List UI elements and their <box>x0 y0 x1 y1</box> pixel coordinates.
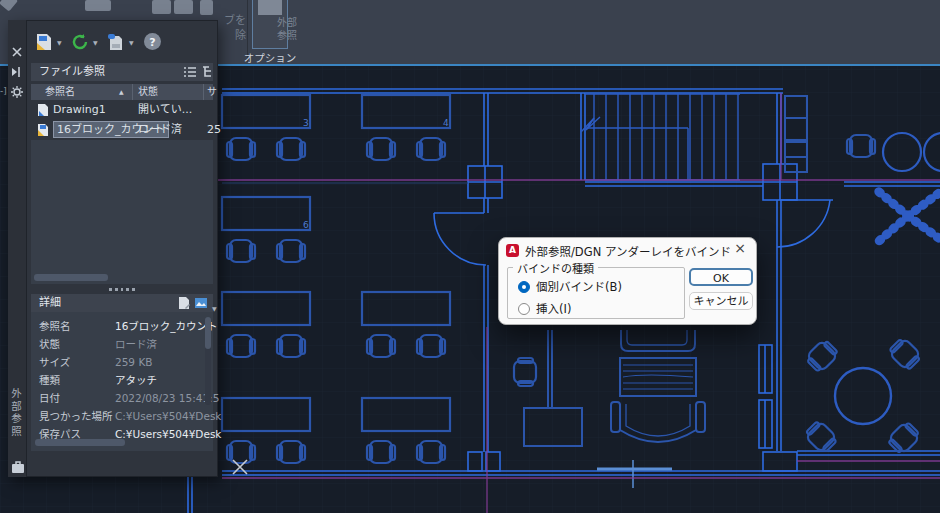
column-separator[interactable] <box>203 84 204 100</box>
details-panel: 参照名16ブロック_カウント 状態ロード済 サイズ259 KB 種類アタッチ 日… <box>31 312 213 451</box>
column-reference-name[interactable]: 参照名 <box>45 84 75 100</box>
list-view-icon[interactable] <box>183 65 197 79</box>
refresh-icon[interactable] <box>71 33 89 51</box>
change-path-icon[interactable] <box>107 33 125 51</box>
table-row-selected[interactable]: 16ブロック_カウント ロード済 25 <box>31 120 213 140</box>
dialog-title: 外部参照/DGN アンダーレイをバインド <box>525 243 731 259</box>
file-references-header: ファイル参照 <box>31 63 213 81</box>
briefcase-icon <box>11 460 25 474</box>
column-size[interactable]: サ <box>207 84 217 100</box>
viewport-control-fragment: -] <box>0 86 7 96</box>
desk-number: 6 <box>303 220 309 230</box>
radio-insert[interactable]: 挿入(I) <box>518 302 571 316</box>
detail-row: 見つかった場所C:¥Users¥504¥Desk <box>39 407 205 425</box>
vertical-scrollbar-thumb[interactable] <box>205 317 211 349</box>
ribbon-icon-partial <box>85 0 111 11</box>
vertical-scrollbar[interactable] <box>205 317 211 405</box>
bind-type-groupbox: バインドの種類 個別バインド(B) 挿入(I) <box>507 267 685 319</box>
detail-row: 参照名16ブロック_カウント <box>39 317 205 335</box>
details-header: 詳細 ▼ <box>31 294 213 312</box>
autocad-window: 3 4 6 ブを 除 外部 参照 オプション -] <box>0 0 940 513</box>
cancel-button[interactable]: キャンセル <box>689 292 753 310</box>
radio-insert-label: 挿入(I) <box>536 302 571 316</box>
file-list-empty-area[interactable] <box>31 140 213 284</box>
svg-text:?: ? <box>149 36 155 49</box>
radio-selected-icon[interactable] <box>518 281 530 293</box>
detail-row: サイズ259 KB <box>39 353 205 371</box>
palette-body: ▼ ▼ ▼ ? ファイル参照 <box>26 20 218 477</box>
radio-bind[interactable]: 個別バインド(B) <box>518 280 622 294</box>
dialog-close-icon[interactable]: × <box>734 240 746 256</box>
properties-gear-icon[interactable] <box>11 86 23 98</box>
horizontal-scrollbar-thumb[interactable] <box>35 439 125 446</box>
close-icon[interactable] <box>11 46 23 58</box>
detail-row: 種類アタッチ <box>39 371 205 389</box>
xref-button-label: 参照 <box>270 30 304 42</box>
palette-vertical-title: 外部参照 <box>10 388 24 466</box>
detail-row: 日付2022/08/23 15:41:5 <box>39 389 205 407</box>
desk-number: 3 <box>303 118 309 128</box>
path-dropdown-caret[interactable]: ▼ <box>129 39 134 46</box>
refresh-dropdown-caret[interactable]: ▼ <box>93 39 98 46</box>
column-status[interactable]: 状態 <box>138 84 158 100</box>
file-references-title: ファイル参照 <box>31 65 105 78</box>
bind-type-label: バインドの種類 <box>513 260 598 276</box>
reference-status: ロード済 <box>138 120 182 140</box>
ribbon-icon-partial <box>174 0 193 14</box>
horizontal-scrollbar-thumb[interactable] <box>34 274 108 281</box>
xref-palette: 外部参照 ▼ ▼ ▼ ? ファイル参 <box>8 20 218 477</box>
ribbon-icon-partial <box>152 0 171 14</box>
xref-button-label: 外部 <box>270 17 304 29</box>
reference-status: 開いてい... <box>138 100 192 120</box>
attach-dwg-icon[interactable] <box>35 33 53 51</box>
sort-ascending-icon[interactable]: ▲ <box>119 84 124 100</box>
reference-name[interactable]: Drawing1 <box>53 100 106 120</box>
ribbon-icon-partial <box>0 0 18 12</box>
tree-view-icon[interactable] <box>201 65 215 79</box>
radio-unselected-icon[interactable] <box>518 303 530 315</box>
desk-number: 4 <box>443 118 449 128</box>
table-row[interactable]: Drawing1 開いてい... <box>31 100 213 120</box>
xref-file-icon <box>36 123 50 137</box>
ok-button[interactable]: OK <box>689 268 753 286</box>
preview-image-icon[interactable] <box>194 296 208 310</box>
details-title: 詳細 <box>31 296 61 309</box>
radio-bind-label: 個別バインド(B) <box>536 280 622 294</box>
palette-title-strip: 外部参照 <box>8 20 26 477</box>
external-references-button[interactable]: 外部 参照 <box>252 0 288 49</box>
attach-dropdown-caret[interactable]: ▼ <box>57 39 62 46</box>
help-icon[interactable]: ? <box>143 32 162 51</box>
table-header[interactable]: 参照名 ▲ 状態 サ <box>31 84 213 100</box>
ribbon-panel-label: オプション <box>240 50 300 65</box>
panel-splitter[interactable] <box>31 284 213 294</box>
xref-button-icon <box>258 0 282 15</box>
ribbon-icon-partial <box>200 0 213 15</box>
drawing-file-icon <box>36 103 50 117</box>
column-separator[interactable] <box>132 84 133 100</box>
autocad-logo-icon: A <box>506 244 519 257</box>
reference-size: 25 <box>207 120 221 140</box>
details-view-icon[interactable] <box>177 296 191 310</box>
detail-row: 状態ロード済 <box>39 335 205 353</box>
bind-xref-dialog: A 外部参照/DGN アンダーレイをバインド × バインドの種類 個別バインド(… <box>498 237 757 325</box>
auto-hide-icon[interactable] <box>11 66 23 78</box>
